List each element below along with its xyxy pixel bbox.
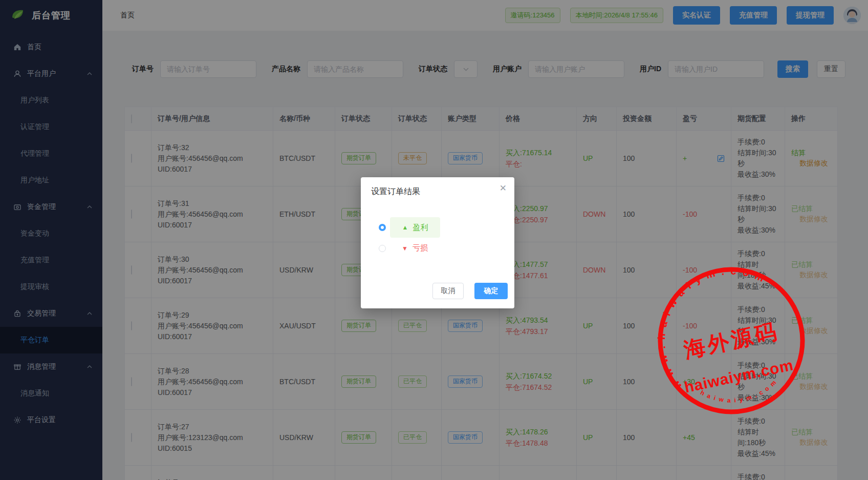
triangle-up-icon: ▲ bbox=[402, 224, 408, 231]
loss-option-row: ▼ 亏损 bbox=[379, 243, 504, 253]
profit-label: 盈利 bbox=[413, 223, 428, 233]
profit-radio[interactable] bbox=[379, 224, 386, 231]
dialog-title: 设置订单结果 bbox=[371, 186, 504, 197]
confirm-button[interactable]: 确定 bbox=[474, 283, 508, 299]
profit-option-row: ▲ 盈利 bbox=[379, 217, 504, 238]
set-order-result-dialog: 设置订单结果 ✕ ▲ 盈利 ▼ 亏损 取消 确定 bbox=[361, 177, 514, 308]
profit-option[interactable]: ▲ 盈利 bbox=[390, 217, 440, 238]
close-icon[interactable]: ✕ bbox=[500, 184, 507, 193]
triangle-down-icon: ▼ bbox=[402, 245, 408, 252]
loss-radio[interactable] bbox=[379, 245, 386, 252]
loss-option[interactable]: ▼ 亏损 bbox=[402, 243, 428, 253]
cancel-button[interactable]: 取消 bbox=[432, 283, 464, 299]
loss-label: 亏损 bbox=[413, 243, 428, 253]
dialog-footer: 取消 确定 bbox=[432, 283, 508, 299]
admin-screen: 后台管理 首页 平台用户 用户列表 认证管理 代理管理 用户地址 资金管理 资金… bbox=[0, 0, 868, 480]
